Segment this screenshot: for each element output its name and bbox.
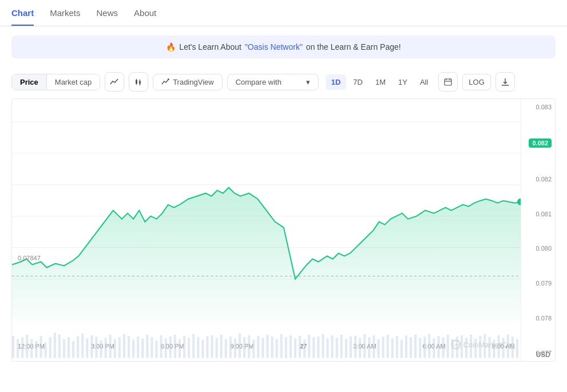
svg-rect-48 <box>132 340 134 358</box>
svg-rect-103 <box>387 335 389 358</box>
calendar-button[interactable] <box>438 72 458 92</box>
svg-rect-91 <box>331 335 334 358</box>
svg-rect-84 <box>299 336 301 358</box>
svg-rect-64 <box>206 336 208 358</box>
svg-rect-72 <box>243 337 245 358</box>
tab-news[interactable]: News <box>97 0 118 26</box>
svg-rect-43 <box>109 335 112 358</box>
svg-rect-92 <box>336 338 338 358</box>
svg-rect-88 <box>317 336 319 358</box>
svg-rect-23 <box>17 339 19 358</box>
compare-label: Compare with <box>236 78 281 86</box>
chart-svg <box>12 99 521 322</box>
y-label-current: 0.082 <box>525 138 552 148</box>
tradingview-button[interactable]: TradingView <box>153 74 223 90</box>
svg-rect-60 <box>188 338 190 358</box>
download-button[interactable] <box>495 72 515 92</box>
svg-rect-78 <box>271 336 273 358</box>
svg-rect-35 <box>72 341 74 358</box>
svg-rect-98 <box>363 334 366 358</box>
log-button[interactable]: LOG <box>462 74 490 90</box>
compare-button[interactable]: Compare with ▾ <box>227 74 319 90</box>
svg-rect-75 <box>257 336 259 358</box>
svg-rect-38 <box>86 338 88 358</box>
svg-rect-47 <box>128 336 130 358</box>
y-label-081: 0.081 <box>525 211 552 217</box>
time-1d-button[interactable]: 1D <box>326 74 347 90</box>
svg-rect-52 <box>150 337 153 358</box>
tradingview-label: TradingView <box>173 78 214 86</box>
svg-rect-40 <box>95 336 97 358</box>
svg-rect-50 <box>141 338 144 358</box>
fire-icon: 🔥 <box>166 42 176 52</box>
time-7d-button[interactable]: 7D <box>347 74 368 90</box>
time-1y-button[interactable]: 1Y <box>392 74 413 90</box>
time-1m-button[interactable]: 1M <box>370 74 391 90</box>
svg-rect-71 <box>239 334 241 358</box>
tab-about[interactable]: About <box>134 0 156 26</box>
time-all-button[interactable]: All <box>414 74 434 90</box>
svg-rect-90 <box>327 338 329 358</box>
tradingview-icon <box>161 78 169 86</box>
svg-rect-101 <box>377 339 379 358</box>
y-label-079: 0.079 <box>525 280 552 287</box>
svg-rect-87 <box>312 337 315 358</box>
svg-rect-53 <box>156 340 158 358</box>
banner-text-before: Let's Learn About <box>179 42 241 52</box>
y-label-080: 0.080 <box>525 245 552 252</box>
y-label-083: 0.083 <box>525 104 552 110</box>
svg-rect-25 <box>26 335 28 358</box>
svg-rect-81 <box>285 337 287 358</box>
svg-rect-27 <box>35 341 37 358</box>
svg-rect-116 <box>447 335 449 358</box>
svg-rect-107 <box>405 335 407 358</box>
svg-rect-94 <box>345 339 347 358</box>
svg-rect-109 <box>414 335 417 358</box>
svg-rect-100 <box>372 335 375 358</box>
cmc-logo-icon: CMC <box>451 339 461 350</box>
min-price-label: 0.07847 <box>18 255 41 262</box>
svg-rect-105 <box>396 336 398 358</box>
candle-chart-button[interactable] <box>129 72 148 92</box>
tab-markets[interactable]: Markets <box>50 0 80 26</box>
svg-rect-34 <box>68 337 70 358</box>
banner-link[interactable]: "Oasis Network" <box>245 42 303 52</box>
download-icon <box>501 78 509 86</box>
svg-rect-102 <box>382 336 384 358</box>
svg-rect-46 <box>123 334 125 358</box>
usd-label: USD <box>536 351 550 359</box>
svg-rect-56 <box>169 336 172 358</box>
svg-rect-39 <box>90 335 93 358</box>
svg-rect-29 <box>45 342 47 358</box>
svg-rect-30 <box>49 337 51 358</box>
chevron-down-icon: ▾ <box>306 78 310 86</box>
svg-rect-112 <box>428 334 430 358</box>
time-range-group: 1D 7D 1M 1Y All <box>326 74 434 90</box>
svg-rect-73 <box>248 335 250 358</box>
price-chart: 0.083 0.082 0.082 0.081 0.080 0.079 0.07… <box>11 98 556 362</box>
svg-rect-32 <box>58 335 61 358</box>
current-price-badge: 0.082 <box>529 138 552 148</box>
svg-rect-70 <box>234 338 236 358</box>
candle-chart-icon <box>134 77 143 86</box>
svg-rect-31 <box>54 333 56 358</box>
market-cap-button[interactable]: Market cap <box>46 74 100 90</box>
price-button[interactable]: Price <box>12 74 46 90</box>
watermark-text: CoinMarketCap <box>463 340 515 349</box>
tab-chart[interactable]: Chart <box>11 0 34 26</box>
svg-rect-58 <box>179 339 181 358</box>
svg-rect-111 <box>423 336 426 358</box>
svg-rect-96 <box>354 336 356 358</box>
promo-banner: 🔥 Let's Learn About "Oasis Network" on t… <box>11 35 556 58</box>
svg-rect-76 <box>261 338 264 358</box>
svg-rect-131 <box>516 339 518 358</box>
banner-text-after: on the Learn & Earn Page! <box>306 42 401 52</box>
svg-rect-110 <box>419 338 421 358</box>
line-chart-button[interactable] <box>105 72 124 92</box>
chart-toolbar: Price Market cap TradingView Compare wit… <box>0 68 567 98</box>
svg-rect-115 <box>442 337 445 358</box>
calendar-icon <box>444 78 452 86</box>
svg-rect-114 <box>438 336 440 358</box>
svg-rect-42 <box>105 338 107 358</box>
svg-rect-65 <box>211 335 213 358</box>
